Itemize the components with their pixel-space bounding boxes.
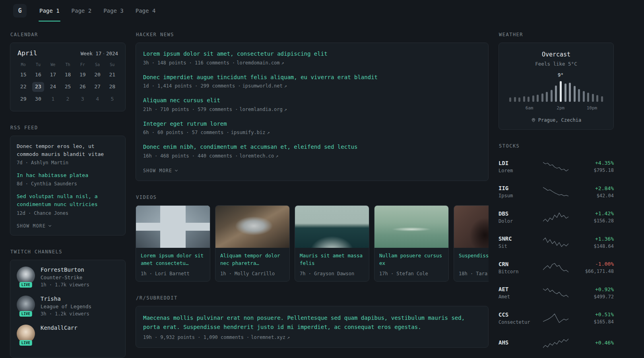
stock-row[interactable]: LDILorem+4.35%$795.18 bbox=[499, 154, 614, 179]
stock-spark-wrap bbox=[537, 212, 574, 223]
channel-name[interactable]: Trisha bbox=[41, 296, 91, 302]
hackernews-show-more-button[interactable]: Show more bbox=[143, 167, 177, 173]
show-more-label: Show more bbox=[143, 168, 172, 173]
stock-row[interactable]: CRNBitcorn-1.00%$66,171.48 bbox=[499, 255, 614, 280]
weather-card: Overcast Feels like 5°C 9° 6am2pm10pm Pr… bbox=[499, 43, 614, 130]
weather-time-label: 10pm bbox=[587, 105, 597, 111]
weather-bar bbox=[523, 96, 525, 102]
weather-time-labels: 6am2pm10pm bbox=[509, 105, 603, 111]
stock-right: -1.00%$66,171.48 bbox=[574, 261, 614, 274]
stock-spark-wrap bbox=[537, 186, 574, 197]
hackernews-item-meta: 21h · 710 points · 579 comments ·loremla… bbox=[143, 107, 481, 112]
video-thumbnail[interactable] bbox=[374, 206, 448, 248]
hackernews-domain-link[interactable]: loremdomain.com bbox=[237, 60, 279, 66]
tab-page-3[interactable]: Page 3 bbox=[103, 0, 124, 21]
calendar-day: 3 bbox=[77, 94, 89, 104]
rss-item-title[interactable]: Sed volutpat nulla nisl, a condimentum n… bbox=[17, 193, 119, 208]
hackernews-item-title[interactable]: Donec imperdiet augue tincidunt felis al… bbox=[143, 74, 481, 82]
video-title[interactable]: Suspendisse diam bbox=[459, 252, 489, 267]
rss-item-title[interactable]: Donec tempor eros leo, ut commodo mauris… bbox=[17, 142, 119, 158]
stock-sparkline bbox=[543, 287, 568, 298]
calendar-days-grid: 1516171819202122232425262728293012345 bbox=[16, 70, 120, 106]
rss-item-title[interactable]: In hac habitasse platea bbox=[17, 171, 119, 179]
video-title[interactable]: Lorem ipsum dolor sit amet consectetu… bbox=[141, 252, 205, 267]
video-title[interactable]: Aliquam tempor dolor nec pharetra… bbox=[220, 252, 285, 267]
hackernews-domain-link[interactable]: loremtech.co bbox=[239, 153, 274, 159]
reddit-post-domain-link[interactable]: loremnet.xyz bbox=[251, 335, 285, 340]
weather-section-title: Weather bbox=[499, 32, 614, 37]
channel-name[interactable]: ForrestBurton bbox=[41, 267, 89, 273]
video-thumbnail[interactable] bbox=[454, 206, 489, 248]
middle-column: Hacker News Lorem ipsum dolor sit amet, … bbox=[136, 32, 489, 358]
video-meta: 17h · Stefan Cole bbox=[379, 271, 444, 276]
reddit-post-title[interactable]: Maecenas mollis pulvinar erat non posuer… bbox=[143, 313, 481, 332]
hackernews-item-title[interactable]: Integer eget rutrum lorem bbox=[143, 120, 481, 128]
stock-name: Dolor bbox=[499, 218, 537, 224]
video-title[interactable]: Mauris sit amet massa felis bbox=[300, 252, 364, 267]
tab-page-1[interactable]: Page 1 bbox=[39, 0, 60, 21]
weather-time-label: 6am bbox=[526, 105, 533, 111]
stock-row[interactable]: AHS+0.46% bbox=[499, 331, 614, 356]
stock-row[interactable]: CCSConsectetur+0.51%$165.84 bbox=[499, 305, 614, 331]
stock-change: -1.00% bbox=[574, 261, 614, 267]
twitch-channel-row[interactable]: LIVEForrestBurtonCounter-Strike1h · 1.7k… bbox=[17, 267, 119, 288]
calendar-day-header: Sa bbox=[90, 62, 105, 67]
channel-info: KendallCarr bbox=[41, 325, 78, 333]
video-thumbnail[interactable] bbox=[295, 206, 369, 248]
tab-page-4[interactable]: Page 4 bbox=[135, 0, 157, 21]
rss-card: Donec tempor eros leo, ut commodo mauris… bbox=[10, 136, 126, 235]
channel-name[interactable]: KendallCarr bbox=[41, 325, 78, 331]
stock-row[interactable]: AETAmet+0.92%$499.72 bbox=[499, 280, 614, 306]
video-meta: 7h · Grayson Dawson bbox=[300, 271, 364, 276]
video-title[interactable]: Nullam posuere cursus ex bbox=[379, 252, 444, 267]
stock-sparkline bbox=[543, 262, 568, 273]
weather-bar bbox=[514, 97, 516, 102]
calendar-section-title: Calendar bbox=[10, 32, 126, 37]
calendar-day-header: Mo bbox=[16, 62, 31, 67]
channel-avatar[interactable]: LIVE bbox=[17, 296, 35, 314]
channel-category: Counter-Strike bbox=[41, 274, 89, 280]
weather-bar bbox=[560, 81, 562, 102]
hackernews-domain-link[interactable]: ipsumworld.net bbox=[242, 83, 283, 89]
twitch-channel-row[interactable]: LIVEKendallCarr bbox=[17, 325, 119, 343]
channel-avatar[interactable]: LIVE bbox=[17, 267, 35, 285]
stock-name: Amet bbox=[499, 294, 537, 300]
twitch-channel-row[interactable]: LIVETrishaLeague of Legends3h · 1.2k vie… bbox=[17, 296, 119, 317]
calendar-card: April Week 17·2024 MoTuWeThFrSaSu 151617… bbox=[10, 43, 126, 111]
stock-price: $156.28 bbox=[574, 218, 614, 224]
calendar-day: 21 bbox=[106, 70, 118, 80]
video-meta: 1h · Molly Carrillo bbox=[220, 271, 285, 276]
hackernews-item: Integer eget rutrum lorem6h · 60 points … bbox=[143, 120, 481, 136]
weather-bar bbox=[537, 95, 539, 102]
stock-ticker: IIG bbox=[499, 185, 537, 191]
channel-avatar[interactable]: LIVE bbox=[17, 325, 35, 343]
stock-row[interactable]: DBSDolor+1.42%$156.28 bbox=[499, 204, 614, 230]
hackernews-item-title[interactable]: Donec enim nibh, condimentum et accumsan… bbox=[143, 143, 481, 151]
hackernews-item: Donec imperdiet augue tincidunt felis al… bbox=[143, 74, 481, 89]
right-column: Weather Overcast Feels like 5°C 9° 6am2p… bbox=[499, 32, 614, 358]
reddit-meta-text: 19h · 9,932 points · 1,090 comments · bbox=[143, 335, 249, 340]
hackernews-domain-link[interactable]: loremlandia.org bbox=[239, 107, 282, 112]
weather-bar bbox=[518, 97, 520, 102]
rss-show-more-button[interactable]: Show more bbox=[17, 222, 51, 229]
stock-row[interactable]: SNRCSit+1.36%$148.64 bbox=[499, 230, 614, 255]
hackernews-item-title[interactable]: Lorem ipsum dolor sit amet, consectetur … bbox=[143, 50, 481, 58]
twitch-widget: Twitch channels LIVEForrestBurtonCounter… bbox=[10, 249, 126, 358]
hackernews-item-title[interactable]: Aliquam nec cursus elit bbox=[143, 97, 481, 105]
weather-hourly-chart: 9° 6am2pm10pm bbox=[509, 72, 603, 111]
weather-location-text: Prague, Czechia bbox=[538, 117, 581, 123]
stock-row[interactable]: IIGIpsum+2.84%$42.04 bbox=[499, 179, 614, 205]
calendar-day: 24 bbox=[47, 82, 59, 91]
hackernews-domain-link[interactable]: ipsumify.biz bbox=[231, 130, 266, 135]
calendar-day: 5 bbox=[106, 94, 118, 104]
app-logo[interactable]: G bbox=[13, 4, 27, 18]
hackernews-meta-text: 21h · 710 points · 579 comments · bbox=[143, 107, 238, 112]
stock-right: +0.92%$499.72 bbox=[574, 286, 614, 300]
video-thumbnail[interactable] bbox=[215, 206, 289, 248]
calendar-day: 25 bbox=[62, 82, 74, 91]
stock-right: +2.84%$42.04 bbox=[574, 185, 614, 198]
tab-page-2[interactable]: Page 2 bbox=[71, 0, 93, 21]
video-thumbnail[interactable] bbox=[136, 206, 210, 248]
stock-spark-wrap bbox=[537, 313, 574, 324]
hackernews-item: Lorem ipsum dolor sit amet, consectetur … bbox=[143, 50, 481, 66]
